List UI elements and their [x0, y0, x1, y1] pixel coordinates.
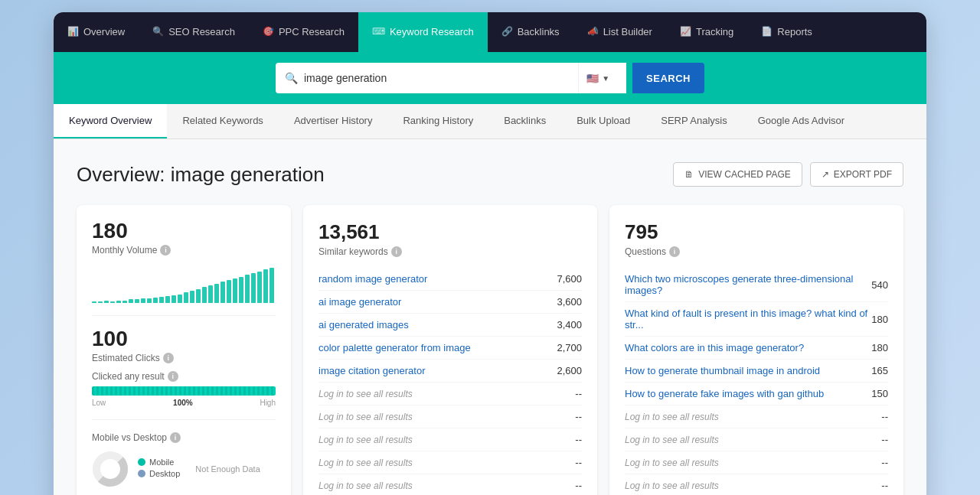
estimated-clicks-info[interactable]: i [163, 353, 174, 363]
volume-chart [92, 265, 276, 303]
tab-serp-analysis[interactable]: SERP Analysis [645, 104, 742, 138]
chart-bar [257, 272, 262, 303]
questions-label: Questions i [625, 246, 888, 257]
mobile-dot [138, 458, 145, 466]
desktop-legend-item: Desktop [138, 469, 180, 478]
flag-icon: 🇺🇸 [586, 73, 599, 84]
search-icon: 🔍 [285, 72, 298, 84]
overview-icon: 📊 [67, 26, 79, 37]
search-input[interactable] [304, 72, 578, 84]
list-item: ai image generator3,600 [318, 291, 582, 314]
top-nav: 📊 Overview 🔍 SEO Research 🎯 PPC Research… [54, 12, 926, 52]
nav-tracking[interactable]: 📈 Tracking [666, 12, 747, 52]
tab-advertiser-history[interactable]: Advertiser History [279, 104, 388, 138]
chart-bar [233, 278, 237, 303]
country-selector[interactable]: 🇺🇸 ▼ [578, 63, 617, 93]
chart-bar [165, 296, 170, 303]
locked-item: Log in to see all results [625, 458, 719, 468]
chart-bar [251, 273, 256, 303]
chart-bar [270, 268, 274, 303]
question-link[interactable]: Which two microscopes generate three-dim… [625, 273, 871, 296]
chart-bar [263, 269, 268, 303]
nav-overview[interactable]: 📊 Overview [54, 12, 139, 52]
mobile-desktop-info[interactable]: i [170, 432, 181, 443]
clicked-info[interactable]: i [168, 371, 178, 382]
locked-item: Log in to see all results [318, 458, 413, 468]
list-item: Log in to see all results-- [318, 405, 582, 428]
list-item: Log in to see all results-- [625, 405, 888, 428]
divider-2 [92, 419, 276, 420]
list-item: What kind of fault is present in this im… [625, 302, 888, 337]
clicks-section: 100 Estimated Clicks i Clicked any resul… [92, 328, 276, 407]
export-icon: ↗ [822, 169, 829, 180]
keyword-link[interactable]: random image generator [318, 273, 427, 285]
locked-item: Log in to see all results [318, 389, 413, 399]
not-enough-data: Not Enough Data [195, 464, 260, 474]
questions-count: 795 [625, 220, 888, 244]
keyword-link[interactable]: ai image generator [318, 296, 401, 308]
keyword-link[interactable]: ai generated images [318, 319, 409, 331]
mobile-desktop-label: Mobile vs Desktop i [92, 432, 276, 443]
chart-bar [122, 301, 127, 303]
export-pdf-button[interactable]: ↗ EXPORT PDF [810, 162, 903, 187]
question-link[interactable]: What colors are in this image generator? [625, 342, 804, 353]
tab-keyword-overview[interactable]: Keyword Overview [54, 104, 167, 138]
chart-bar [98, 301, 103, 303]
keyword-link[interactable]: image citation generator [318, 365, 425, 376]
list-item: What colors are in this image generator?… [625, 337, 888, 360]
list-item: Log in to see all results-- [318, 451, 582, 474]
similar-keywords-card: 13,561 Similar keywords i random image g… [303, 205, 597, 495]
questions-list: Which two microscopes generate three-dim… [625, 268, 888, 495]
chart-bar [129, 299, 133, 303]
seo-icon: 🔍 [152, 26, 164, 37]
chart-bar [239, 277, 243, 304]
sub-tabs: Keyword Overview Related Keywords Advert… [54, 104, 926, 139]
nav-list-builder[interactable]: 📣 List Builder [573, 12, 666, 52]
chart-bar [245, 275, 250, 303]
estimated-clicks-label: Estimated Clicks i [92, 353, 276, 363]
questions-info[interactable]: i [669, 246, 680, 257]
chart-bar [110, 301, 115, 303]
search-button[interactable]: SEARCH [632, 63, 704, 93]
nav-keyword-research[interactable]: ⌨ Keyword Research [358, 12, 488, 52]
keyword-link[interactable]: color palette generator from image [318, 342, 471, 353]
question-link[interactable]: How to generate fake images with gan git… [625, 388, 824, 399]
tab-ranking-history[interactable]: Ranking History [387, 104, 488, 138]
locked-item: Log in to see all results [625, 435, 719, 445]
chart-bar [141, 298, 145, 303]
app-container: 📊 Overview 🔍 SEO Research 🎯 PPC Research… [54, 12, 926, 495]
question-link[interactable]: How to generate thumbnail image in andro… [625, 365, 820, 376]
chart-bar [227, 280, 231, 303]
view-cached-button[interactable]: 🗎 VIEW CACHED PAGE [673, 162, 802, 187]
search-inner: 🔍 🇺🇸 ▼ SEARCH [276, 63, 704, 93]
nav-reports[interactable]: 📄 Reports [747, 12, 826, 52]
list-item: random image generator7,600 [318, 268, 582, 291]
list-item: How to generate fake images with gan git… [625, 383, 888, 405]
chart-bar [184, 292, 188, 303]
clicked-label: Clicked any result i [92, 371, 276, 382]
tracking-icon: 📈 [680, 26, 691, 37]
keyword-icon: ⌨ [372, 26, 385, 37]
locked-item: Log in to see all results [318, 480, 413, 491]
ppc-icon: 🎯 [263, 26, 274, 37]
chart-bar [220, 282, 225, 303]
nav-backlinks[interactable]: 🔗 Backlinks [488, 12, 573, 52]
progress-fill [92, 386, 276, 396]
chart-bar [116, 301, 121, 303]
tab-bulk-upload[interactable]: Bulk Upload [561, 104, 645, 138]
chevron-down-icon: ▼ [602, 74, 609, 83]
left-card: 180 Monthly Volume i 100 Estimated Click… [77, 205, 291, 495]
list-builder-icon: 📣 [587, 26, 599, 37]
nav-ppc-research[interactable]: 🎯 PPC Research [249, 12, 358, 52]
tab-backlinks[interactable]: Backlinks [488, 104, 561, 138]
question-link[interactable]: What kind of fault is present in this im… [625, 308, 871, 331]
list-item: How to generate thumbnail image in andro… [625, 360, 888, 383]
tab-related-keywords[interactable]: Related Keywords [167, 104, 279, 138]
questions-card: 795 Questions i Which two microscopes ge… [609, 205, 903, 495]
list-item: Log in to see all results-- [318, 428, 582, 451]
similar-keywords-info[interactable]: i [391, 246, 402, 257]
tab-google-ads-advisor[interactable]: Google Ads Advisor [743, 104, 860, 138]
nav-seo-research[interactable]: 🔍 SEO Research [139, 12, 249, 52]
monthly-volume-info[interactable]: i [160, 245, 171, 256]
monthly-volume-value: 180 [92, 220, 276, 242]
